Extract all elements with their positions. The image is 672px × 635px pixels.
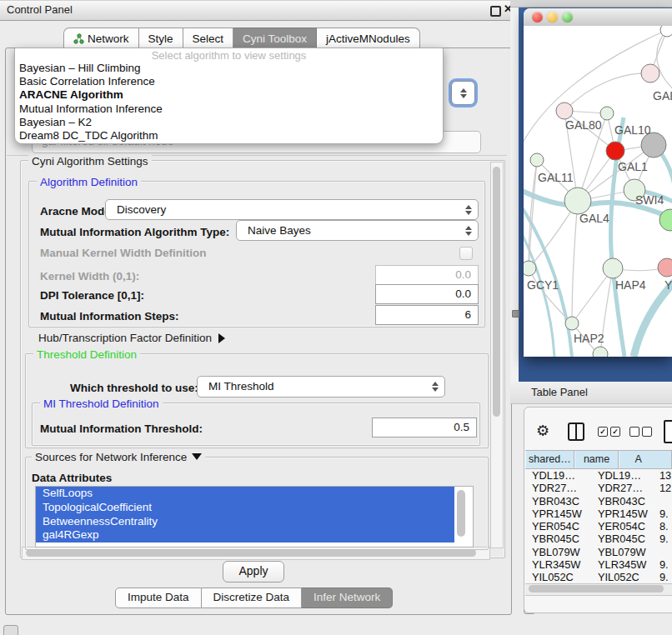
table-cell[interactable]: YER054C [592,520,653,532]
table-cell[interactable]: 8. [653,520,669,532]
function-icon[interactable] [664,420,672,443]
tab-network[interactable]: Network [63,28,139,48]
panel-splitter[interactable] [510,0,519,382]
table-row[interactable]: YDL19…YDL19…13 [525,469,672,482]
table-row[interactable]: YBR043CYBR043C [525,495,672,508]
deselect-all-checkbox-icon[interactable] [629,427,652,437]
tab-select[interactable]: Select [183,28,234,48]
settings-vertical-scrollbar[interactable] [490,162,504,548]
network-window-titlebar[interactable] [524,8,672,27]
tab-impute-data[interactable]: Impute Data [115,588,202,608]
table-cell[interactable]: 9. [653,571,669,582]
table-cell[interactable]: 9. [653,532,669,545]
scrollbar-thumb[interactable] [529,585,664,592]
algorithm-option[interactable]: ARACNE Algorithm [15,88,443,102]
tab-style[interactable]: Style [139,28,183,48]
table-cell[interactable]: YPR145W [525,508,592,520]
column-header[interactable]: name [574,451,619,468]
table-row[interactable]: YBL079WYBL079W [525,546,672,558]
network-node[interactable] [593,347,608,357]
algorithm-option[interactable]: Mutual Information Inference [15,102,443,116]
table-cell[interactable]: YBR045C [592,532,653,545]
data-attributes-list[interactable]: SelfLoopsTopologicalCoefficientBetweenne… [35,486,474,548]
network-node[interactable] [565,317,579,330]
columns-icon[interactable] [568,422,584,441]
table-cell[interactable]: YLR345W [525,558,592,571]
splitter-grip[interactable] [512,310,519,318]
network-node[interactable] [660,26,672,37]
manual-kernel-checkbox[interactable] [459,247,473,260]
table-cell[interactable]: 12 [653,482,671,494]
column-header[interactable]: shared… [525,451,574,468]
tab-cyni-toolbox[interactable]: Cyni Toolbox [233,28,317,48]
scrollbar-thumb[interactable] [493,167,500,417]
table-cell[interactable]: YBL079W [592,546,653,558]
zoom-window-icon[interactable] [562,12,573,22]
tab-infer-network[interactable]: Infer Network [302,588,393,608]
table-row[interactable]: YBR045CYBR045C9. [525,532,672,545]
tab-discretize-data[interactable]: Discretize Data [202,588,303,608]
algorithm-option[interactable]: Bayesian – K2 [15,116,443,129]
aracne-mode-combobox[interactable]: Discovery [105,199,479,220]
mi-steps-field[interactable]: 6 [375,305,479,325]
dpi-tolerance-field[interactable]: 0.0 [375,284,479,304]
network-node[interactable] [600,107,614,120]
table-cell[interactable]: YBL079W [525,546,592,558]
collapsed-panel-icon[interactable] [3,625,18,635]
table-row[interactable]: YIL052CYIL052C9. [525,571,672,582]
table-cell[interactable]: YPR145W [592,508,653,520]
table-cell[interactable]: YBR043C [525,495,592,508]
mi-threshold-field[interactable]: 0.5 [372,418,477,438]
network-canvas[interactable]: GALGAL80GAL10GAL1GAL11SWI4GAL4GCY1HAP4YH… [524,26,672,357]
network-window[interactable]: GALGAL80GAL10GAL1GAL11SWI4GAL4GCY1HAP4YH… [524,8,672,357]
table-cell[interactable]: YDL19… [525,469,592,482]
table-cell[interactable]: 9. [653,508,669,520]
network-node[interactable] [524,261,536,276]
table-cell[interactable]: YBR045C [525,532,592,545]
close-window-icon[interactable] [532,12,543,22]
network-node[interactable] [603,258,623,278]
table-cell[interactable]: YLR345W [592,558,653,571]
table-cell[interactable]: YIL052C [525,571,592,582]
minimize-window-icon[interactable] [547,12,558,22]
kernel-width-field[interactable]: 0.0 [375,265,479,285]
hub-definition-expander[interactable]: Hub/Transcription Factor Definition [38,332,225,344]
attribute-item[interactable]: SelfLoops [36,487,454,501]
node-table[interactable]: shared… name A YDL19…YDL19…13YDR27…YDR27… [525,450,672,582]
table-cell[interactable] [653,495,659,508]
table-cell[interactable]: YER054C [525,520,592,532]
algorithm-option[interactable]: Basic Correlation Inference [15,75,443,88]
network-node[interactable] [564,188,591,214]
table-cell[interactable]: YBR043C [592,495,653,508]
table-horizontal-scrollbar[interactable] [525,583,672,596]
network-node[interactable] [556,102,573,119]
table-row[interactable]: YLR345WYLR345W9. [525,558,672,571]
network-node[interactable] [606,142,624,160]
collapsed-arrow-icon[interactable] [218,333,225,343]
table-cell[interactable]: YDR27… [592,482,653,494]
network-node[interactable] [641,64,659,82]
sources-expander[interactable]: Sources for Network Inference [32,451,205,463]
table-row[interactable]: YDR27…YDR27…12 [525,482,672,494]
table-row[interactable]: YPR145WYPR145W9. [525,508,672,520]
which-threshold-combobox[interactable]: MI Threshold [197,376,445,398]
table-cell[interactable]: YDR27… [525,482,592,494]
table-cell[interactable]: YDL19… [592,469,653,482]
list-scrollbar-thumb[interactable] [457,490,465,537]
algorithm-option[interactable]: Bayesian – Hill Climbing [15,62,443,75]
table-cell[interactable] [653,546,659,558]
gear-icon[interactable]: ⚙ [536,422,549,440]
column-header[interactable]: A [619,451,672,468]
table-cell[interactable]: YIL052C [592,571,653,582]
table-cell[interactable]: 13 [653,469,671,482]
table-row[interactable]: YER054CYER054C8. [525,520,672,532]
mi-type-combobox[interactable]: Naive Bayes [236,220,479,241]
attribute-item[interactable]: gal4RGexp [36,528,454,542]
focused-combobox-fragment[interactable] [451,81,475,105]
select-all-checkbox-icon[interactable]: ✓ ✓ [598,427,620,437]
expanded-arrow-icon[interactable] [192,453,202,460]
table-cell[interactable]: 9. [653,558,669,571]
tab-jactivemnodules[interactable]: jActiveMNodules [317,28,420,48]
scrollbar-thumb[interactable] [26,549,476,557]
network-node[interactable] [530,153,544,167]
